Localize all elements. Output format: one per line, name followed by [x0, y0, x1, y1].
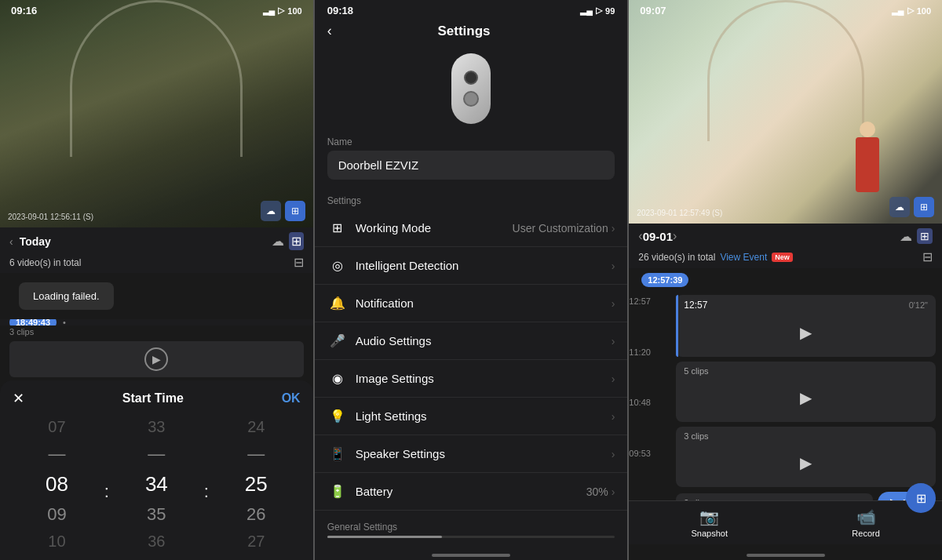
light-settings-icon: 💡 [327, 409, 348, 424]
min-36: 36 [112, 529, 201, 554]
clip-card-4[interactable]: 2 clips [676, 493, 873, 500]
device-name-input[interactable] [327, 151, 615, 180]
clip-count-3: 3 clips [684, 431, 928, 441]
clip-count-4: 2 clips [684, 498, 865, 500]
chevron-icon: › [612, 448, 615, 460]
clip-play-area-2[interactable]: ▶ [684, 378, 928, 417]
back-button[interactable]: ‹ [327, 23, 332, 39]
hour-07: 07 [13, 415, 101, 439]
live-corner-icons: ☁ ⊞ [889, 197, 934, 217]
panel-settings: 09:18 ▂▄ ▷ 99 ‹ Settings Name Settings ⊞… [315, 0, 628, 560]
ok-button[interactable]: OK [282, 391, 301, 405]
clip-row-4: 2 clips ▶ Live [676, 492, 936, 500]
clip-card-3[interactable]: 3 clips ▶ [676, 427, 936, 487]
sec-near-after: 26 [212, 501, 301, 528]
snapshot-label: Snapshot [692, 529, 728, 538]
device-icon-container [315, 45, 628, 136]
new-badge: New [772, 253, 793, 262]
live-cloud-icon[interactable]: ☁ [889, 197, 910, 217]
live-grid-icon[interactable]: ⊞ [914, 197, 934, 217]
videos-count-row: 6 video(s) in total ⊟ [0, 253, 313, 273]
time-picker-header: ✕ Start Time OK [13, 390, 301, 407]
cloud-icon-live[interactable]: ☁ [900, 229, 912, 244]
settings-item-working-mode[interactable]: ⊞ Working Mode User Customization › [315, 209, 628, 247]
signal-icon-p3: ▂▄ [892, 5, 904, 16]
close-button[interactable]: ✕ [13, 390, 24, 407]
signal-icon-p2: ▂▄ [580, 5, 593, 16]
doorbell-camera-lens [464, 71, 478, 85]
live-nav-date: 09-01 [643, 230, 673, 243]
light-settings-label: Light Settings [356, 409, 612, 423]
live-filter-icon[interactable]: ⊟ [922, 249, 933, 264]
chevron-icon: › [612, 335, 615, 347]
next-date-arrow[interactable]: › [673, 229, 677, 243]
battery-icon: 🔋 [327, 484, 348, 499]
timeline-list: 12:57 11:20 10:48 09:53 12:57 0'12" ▶ 5 … [629, 292, 942, 500]
view-event-button[interactable]: View Event [720, 252, 767, 263]
live-date: 09-01 [643, 230, 673, 243]
grid-icon-live[interactable]: ⊞ [917, 228, 933, 244]
settings-item-light[interactable]: 💡 Light Settings › [315, 398, 628, 435]
name-label: Name [315, 136, 628, 151]
time-panel3: 09:07 [640, 5, 666, 16]
record-button[interactable]: 📹 Record [852, 507, 879, 538]
time-label-1257: 12:57 [629, 295, 670, 346]
prev-arrow[interactable]: ‹ [9, 235, 13, 248]
record-label: Record [852, 529, 879, 538]
sec-selected[interactable]: 25 [212, 469, 301, 500]
notification-icon: 🔔 [327, 296, 348, 311]
intelligent-detection-label: Intelligent Detection [356, 259, 612, 272]
min-33: 33 [112, 415, 201, 439]
clip-time-1: 12:57 [684, 300, 707, 311]
clips-list: 12:57 0'12" ▶ 5 clips ▶ 3 clips ▶ [670, 292, 942, 500]
general-settings-label: General Settings [315, 515, 628, 536]
min-near-before: — [112, 441, 201, 467]
sec-27: 27 [212, 529, 301, 554]
grid-icon[interactable]: ⊞ [289, 232, 304, 250]
settings-item-battery[interactable]: 🔋 Battery 30% › [315, 473, 628, 511]
panel-live-view: 09:07 ▂▄ ▷ 100 2023-09-01 12:57:49 (S) ☁… [629, 0, 942, 560]
settings-item-intelligent-detection[interactable]: ◎ Intelligent Detection › [315, 247, 628, 285]
doorbell-ring-button [463, 91, 479, 107]
clip-thumbnail[interactable]: ▶ [9, 341, 304, 377]
status-icons-panel1: ▂▄ ▷ 100 [263, 5, 302, 16]
cloud-storage-icon[interactable]: ☁ [261, 201, 281, 221]
wifi-icon: ▷ [278, 5, 284, 16]
working-mode-value: User Customization [513, 222, 608, 235]
time-panel1: 09:16 [11, 5, 37, 16]
time-label-0953: 09:53 [629, 447, 670, 498]
loading-failed-area: Loading failed. [0, 273, 313, 319]
battery-panel3: 100 [917, 6, 931, 16]
hour-selected[interactable]: 08 [13, 469, 101, 500]
timeline-title: Today [20, 235, 51, 248]
clip-play-area-1[interactable]: ▶ [684, 313, 928, 352]
status-icons-panel2: ▂▄ ▷ 99 [580, 5, 615, 16]
play-button[interactable]: ▶ [144, 347, 168, 371]
camera-timestamp-panel1: 2023-09-01 12:56:11 (S) [8, 213, 93, 221]
cloud-icon[interactable]: ☁ [272, 234, 284, 249]
settings-item-image[interactable]: ◉ Image Settings › [315, 360, 628, 398]
snapshot-button[interactable]: 📷 Snapshot [692, 507, 728, 538]
hour-near-before: — [13, 441, 101, 467]
camera-corner-icons: ☁ ⊞ [261, 201, 305, 221]
settings-section-label: Settings [315, 189, 628, 209]
intelligent-detection-icon: ◎ [327, 258, 348, 273]
home-indicator-p2 [432, 554, 510, 557]
wifi-icon-p3: ▷ [907, 5, 914, 16]
settings-item-speaker[interactable]: 📱 Speaker Settings › [315, 435, 628, 473]
live-videos-count: 26 video(s) in total [638, 252, 715, 263]
clip-card-1[interactable]: 12:57 0'12" ▶ [676, 295, 936, 357]
hours-column: 07 — 08 09 10 [13, 415, 101, 554]
battery-panel2: 99 [605, 6, 615, 16]
settings-item-audio[interactable]: 🎤 Audio Settings › [315, 322, 628, 360]
active-clip-line [676, 295, 678, 357]
clip-card-2[interactable]: 5 clips ▶ [676, 362, 936, 422]
chevron-icon: › [612, 297, 615, 310]
grid-fab-button[interactable]: ⊞ [906, 483, 936, 513]
filter-icon[interactable]: ⊟ [294, 255, 304, 270]
timeline-nav-bar: ‹ Today ☁ ⊞ [0, 227, 313, 253]
min-selected[interactable]: 34 [112, 469, 201, 500]
settings-item-notification[interactable]: 🔔 Notification › [315, 285, 628, 322]
grid-view-icon[interactable]: ⊞ [285, 201, 305, 221]
clip-play-area-3[interactable]: ▶ [684, 443, 928, 482]
